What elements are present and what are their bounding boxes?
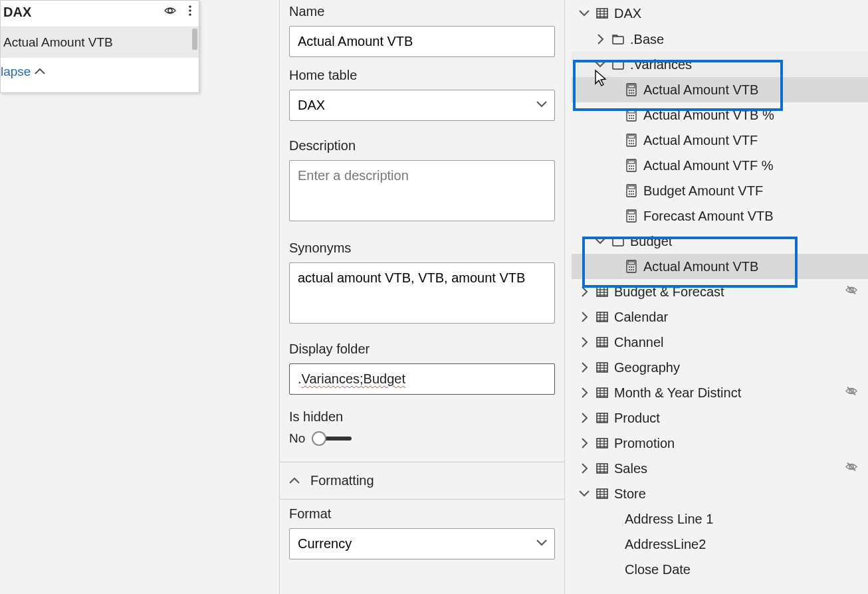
svg-point-22 [189,9,191,12]
folder-icon [611,235,625,247]
tree-table-dax[interactable]: DAX [572,0,868,27]
tree-label: DAX [614,6,641,21]
tree-label: Budget [630,234,672,249]
tree-table-item[interactable]: Budget & Forecast [572,279,868,304]
tree-measure-item[interactable]: Actual Amount VTB [572,77,868,102]
tree-label: Channel [614,335,664,350]
panel-title: DAX [3,5,31,20]
home-table-label: Home table [289,68,555,83]
scrollbar-thumb[interactable] [192,29,197,50]
svg-point-23 [189,13,191,16]
tree-measure-item[interactable]: Forecast Amount VTB [572,203,868,229]
is-hidden-label: Is hidden [289,409,555,425]
measure-list-panel: DAX Actual Amount VTB lapse [0,0,199,93]
tree-table-item[interactable]: Month & Year Distinct [572,380,868,405]
tree-column-item[interactable]: Address Line 1 [572,506,868,532]
table-icon [596,387,609,399]
tree-folder-base[interactable]: .Base [572,27,868,52]
table-icon [596,311,609,323]
display-folder-label: Display folder [289,342,555,357]
tree-column-item[interactable]: AddressLine2 [572,532,868,557]
description-label: Description [289,138,555,153]
tree-table-item[interactable]: Channel [572,330,868,355]
tree-label: Actual Amount VTB [643,82,758,98]
svg-point-21 [189,5,191,8]
tree-label: .Base [630,32,664,47]
measure-icon [625,260,638,273]
name-label: Name [289,4,555,19]
table-icon [596,336,609,348]
folder-icon [611,33,625,45]
name-input[interactable] [289,26,555,57]
chevron-down-icon [578,488,590,499]
synonyms-input[interactable] [289,262,555,324]
chevron-down-icon [594,59,606,70]
hidden-icon [845,461,857,476]
is-hidden-toggle[interactable] [314,437,352,441]
display-folder-input[interactable]: .Variances;Budget [289,363,555,395]
table-icon [596,286,609,298]
formatting-section-label: Formatting [310,473,374,488]
chevron-right-icon [578,413,590,423]
chevron-right-icon [578,387,590,398]
hidden-icon [845,385,857,401]
tree-label: Month & Year Distinct [614,385,741,401]
tree-measure-item[interactable]: Actual Amount VTB [572,254,868,279]
measure-icon [625,209,638,223]
chevron-right-icon [578,337,590,347]
tree-label: Address Line 1 [625,512,713,527]
tree-table-item[interactable]: Product [572,405,868,431]
chevron-right-icon [594,34,606,45]
display-folder-value: Variances;Budget [302,371,405,386]
tree-table-item[interactable]: Geography [572,355,868,380]
tree-label: Actual Amount VTF % [643,158,774,173]
tree-label: Actual Amount VTF [643,133,758,148]
tree-label: Budget & Forecast [614,284,724,300]
chevron-right-icon [578,312,590,322]
tree-label: Budget Amount VTF [643,183,763,199]
tree-label: Close Date [625,562,691,577]
measure-list-item[interactable]: Actual Amount VTB [1,27,199,58]
tree-label: Promotion [614,436,675,451]
tree-label: Store [614,486,646,502]
table-icon [596,7,609,19]
tree-measure-item[interactable]: Actual Amount VTF % [572,153,868,178]
properties-panel: Name Home table Description Synonyms Dis… [279,0,565,594]
hidden-icon [845,284,857,300]
tree-folder-variances[interactable]: .Variances … [572,52,868,77]
more-options-icon[interactable] [188,5,192,20]
format-select[interactable] [289,528,555,559]
description-input[interactable] [289,160,555,221]
table-icon [596,462,609,474]
home-table-select[interactable] [289,90,555,121]
formatting-section-header[interactable]: Formatting [280,462,564,500]
collapse-link[interactable]: lapse [1,58,199,86]
measure-icon [625,134,638,147]
tree-table-store[interactable]: Store [572,481,868,506]
tree-label: Geography [614,360,680,375]
tree-label: Actual Amount VTB [643,259,758,274]
chevron-right-icon [578,362,590,373]
table-icon [596,361,609,373]
visibility-icon[interactable] [164,5,179,20]
measure-icon [625,159,638,172]
tree-label: .Variances [630,57,692,72]
collapse-label: lapse [1,64,31,79]
tree-label: Sales [614,461,647,476]
tree-label: Calendar [614,310,668,325]
tree-table-item[interactable]: Sales [572,456,868,481]
tree-label: Forecast Amount VTB [643,209,774,224]
tree-table-item[interactable]: Promotion [572,431,868,456]
tree-label: Product [614,411,660,426]
tree-table-item[interactable]: Calendar [572,304,868,330]
chevron-right-icon [578,286,590,297]
tree-measure-item[interactable]: Actual Amount VTF [572,128,868,153]
measure-item-label: Actual Amount VTB [3,35,113,49]
tree-measure-item[interactable]: Budget Amount VTF [572,178,868,203]
tree-column-item[interactable]: Close Date [572,557,868,582]
synonyms-label: Synonyms [289,241,555,256]
measure-icon [625,83,638,96]
tree-measure-item[interactable]: Actual Amount VTB % [572,102,868,128]
fields-tree-panel: DAX .Base .Variances … Actual Amount VTB… [572,0,868,594]
tree-folder-budget[interactable]: Budget [572,229,868,254]
